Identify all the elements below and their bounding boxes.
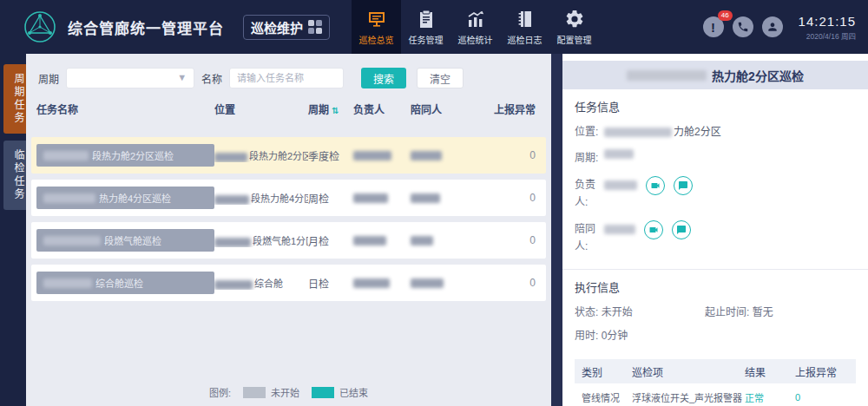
- task-list-panel: 周期 ▼ 名称 搜索 清空 任务名称 位置 周期⇅ 负责人 陪同人 上报异常 段…: [26, 54, 551, 406]
- panel-divider: [551, 54, 562, 406]
- alert-count-badge: 46: [718, 10, 733, 21]
- chat-bubble-icon: [676, 225, 687, 235]
- monitor-icon: [366, 9, 387, 29]
- col-cycle: 周期⇅: [308, 102, 353, 116]
- apps-grid-icon: [308, 20, 322, 34]
- detail-title-text: 热力舱2分区巡检: [712, 67, 804, 84]
- app-title: 综合管廊统一管理平台: [68, 16, 224, 38]
- owner-video-call-button[interactable]: [646, 176, 665, 195]
- task-name-redacted: 段燃气舱巡检: [36, 229, 214, 252]
- alerts-button[interactable]: ! 46: [703, 16, 724, 37]
- task-rows: 段热力舱2分区巡检 段热力舱2分区 季度检 0 热力舱4分区巡检 段热力舱4分区…: [26, 137, 551, 301]
- exec-time-value: 暂无: [753, 306, 773, 318]
- task-location: 综合舱: [214, 276, 308, 290]
- tab-periodic-tasks[interactable]: 周期任务: [3, 64, 26, 134]
- left-tab-rail: 周期任务 临检任务: [0, 54, 26, 406]
- sort-icon[interactable]: ⇅: [332, 106, 339, 115]
- current-time: 14:21:15: [799, 14, 856, 29]
- module-switcher[interactable]: 巡检维护: [243, 15, 330, 40]
- clock: 14:21:15 2020/4/16 周四: [799, 14, 856, 41]
- nav-inspection-overview[interactable]: 巡检总览: [352, 0, 401, 54]
- exec-status-line: 状态: 未开始 起止时间: 暂无: [575, 304, 856, 318]
- exec-duration-value: 0分钟: [602, 330, 628, 342]
- col-location: 位置: [214, 102, 308, 116]
- companion-message-button[interactable]: [672, 220, 691, 239]
- task-owner-redacted: [353, 234, 411, 246]
- task-name-redacted: 综合舱巡检: [36, 272, 214, 294]
- phone-icon: [737, 21, 749, 33]
- task-cycle: 周检: [308, 191, 353, 206]
- nav-label: 任务管理: [409, 33, 444, 46]
- col-item: 巡检项: [632, 364, 745, 379]
- chat-bubble-icon: [678, 180, 688, 191]
- app-logo-icon: [23, 10, 57, 44]
- exec-info-heading: 执行信息: [575, 278, 856, 295]
- task-companion-redacted: [411, 149, 490, 161]
- companion-video-call-button[interactable]: [644, 220, 663, 239]
- task-abnormal-count: 0: [490, 234, 536, 246]
- task-abnormal-count: 0: [490, 192, 536, 204]
- item-table-row[interactable]: 管线情况 浮球液位开关_声光报警器 正常 0: [575, 383, 856, 406]
- search-button[interactable]: 搜索: [361, 68, 406, 88]
- video-camera-icon: [650, 180, 661, 191]
- task-cycle: 月检: [308, 233, 353, 248]
- info-location: 位置: 力舱2分区: [575, 123, 856, 141]
- legend: 图例: 未开始 已结束: [26, 385, 551, 399]
- clear-button[interactable]: 清空: [417, 68, 464, 88]
- task-name-redacted: 热力舱4分区巡检: [36, 187, 214, 209]
- exec-info-section: 执行信息 状态: 未开始 起止时间: 暂无 用时: 0分钟: [562, 269, 868, 356]
- legend-finished: 已结束: [312, 385, 368, 399]
- user-button[interactable]: [762, 16, 783, 37]
- task-name-input[interactable]: [229, 68, 344, 88]
- task-detail-panel: 热力舱2分区巡检 任务信息 位置: 力舱2分区 周期: 负责人:: [562, 54, 868, 406]
- info-owner: 负责人:: [575, 176, 856, 212]
- col-result: 结果: [745, 364, 795, 379]
- task-cycle: 日检: [308, 276, 353, 291]
- nav-inspection-log[interactable]: 巡检日志: [500, 0, 549, 54]
- task-info-section: 任务信息 位置: 力舱2分区 周期: 负责人:: [562, 89, 868, 269]
- task-abnormal-count: 0: [490, 277, 536, 289]
- bar-chart-icon: [465, 9, 486, 29]
- nav-task-management[interactable]: 任务管理: [401, 0, 450, 54]
- top-bar: 综合管廊统一管理平台 巡检维护 巡检总览 任务管理 巡检统计: [0, 0, 868, 54]
- cycle-select[interactable]: ▼: [66, 68, 194, 88]
- owner-message-button[interactable]: [674, 176, 693, 195]
- col-abnormal: 上报异常: [490, 102, 536, 116]
- phone-button[interactable]: [733, 16, 753, 37]
- table-row[interactable]: 综合舱巡检 综合舱 日检 0: [31, 265, 546, 301]
- info-cycle: 周期:: [575, 149, 856, 167]
- detail-title: 热力舱2分区巡检: [562, 61, 868, 89]
- col-owner: 负责人: [353, 102, 411, 116]
- not-started-swatch: [243, 387, 266, 398]
- alert-icon: !: [711, 21, 715, 34]
- table-row[interactable]: 段燃气舱巡检 段燃气舱1分区 月检 0: [31, 222, 546, 259]
- table-header: 任务名称 位置 周期⇅ 负责人 陪同人 上报异常: [26, 97, 551, 120]
- nav-label: 巡检总览: [359, 33, 394, 46]
- user-icon: [766, 21, 779, 33]
- exec-status-value: 未开始: [602, 306, 633, 318]
- col-companion: 陪同人: [411, 102, 490, 116]
- task-location: 段热力舱4分区: [214, 191, 308, 205]
- table-row[interactable]: 段热力舱2分区巡检 段热力舱2分区 季度检 0: [31, 137, 546, 174]
- legend-not-started: 未开始: [243, 385, 299, 399]
- cycle-filter-label: 周期: [38, 71, 59, 86]
- tab-temporary-tasks[interactable]: 临检任务: [3, 141, 26, 210]
- task-companion-redacted: [411, 234, 490, 246]
- col-category: 类别: [582, 364, 632, 379]
- task-location: 段燃气舱1分区: [214, 233, 308, 247]
- task-info-heading: 任务信息: [575, 98, 856, 115]
- task-owner-redacted: [353, 277, 411, 289]
- exec-duration-line: 用时: 0分钟: [575, 327, 856, 342]
- info-companion: 陪同人:: [575, 220, 856, 256]
- nav-label: 巡检日志: [508, 33, 542, 46]
- task-name-redacted: 段热力舱2分区巡检: [36, 144, 214, 167]
- item-abnormal-count: 0: [795, 392, 849, 403]
- col-task-name: 任务名称: [36, 102, 214, 116]
- table-row[interactable]: 热力舱4分区巡检 段热力舱4分区 周检 0: [31, 180, 546, 216]
- item-category: 管线情况: [582, 390, 632, 404]
- nav-configuration[interactable]: 配置管理: [549, 0, 599, 54]
- task-abnormal-count: 0: [490, 149, 536, 161]
- nav-inspection-statistics[interactable]: 巡检统计: [450, 0, 500, 54]
- main-nav: 巡检总览 任务管理 巡检统计 巡检日志 配置管理: [352, 0, 599, 54]
- module-name: 巡检维护: [251, 18, 303, 36]
